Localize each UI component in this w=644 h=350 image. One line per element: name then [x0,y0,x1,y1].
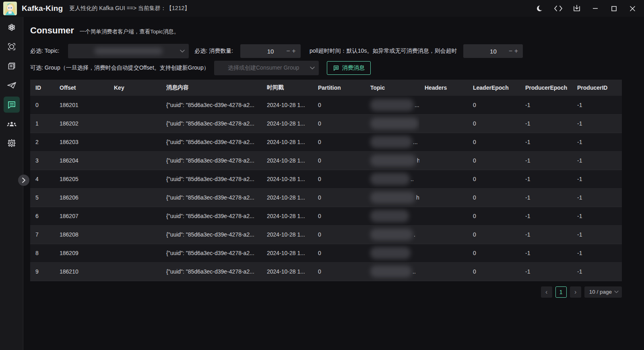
cell-message: {"uuid": "85d6a3ec-d39e-4278-a2... [161,207,262,225]
cell-offset: 186206 [54,188,109,207]
topic-redacted-pill [370,154,416,167]
cell-offset: 186204 [54,151,109,170]
col-timestamp: 时间戳 [262,80,313,96]
next-page-button[interactable]: › [570,286,581,298]
topic-suffix: .. [411,176,414,182]
sidebar-item-topics[interactable] [4,58,20,74]
minimize-button[interactable] [588,2,602,15]
topic-select[interactable] [68,44,189,58]
sidebar-item-monitor[interactable] [4,39,20,55]
consume-messages-button[interactable]: 消费消息 [327,61,371,75]
poll-plus-button[interactable]: + [513,48,519,54]
cell-producer-epoch: -1 [520,225,572,244]
cell-producer-id: -1 [572,225,622,244]
cell-key [109,151,161,170]
col-producer-id: ProducerID [572,80,622,96]
page-size-value: 10 / page [589,289,612,295]
topic-suffix: ... [413,139,418,145]
cell-timestamp: 2024-10-28 1... [262,133,313,151]
cell-key [109,170,161,188]
col-message: 消息内容 [161,80,262,96]
people-icon [6,119,17,129]
theme-toggle-moon-icon[interactable] [533,2,547,15]
table-row[interactable]: 3 186204 {"uuid": "85d6a3ec-d39e-4278-a2… [30,151,622,170]
table-row[interactable]: 4 186205 {"uuid": "85d6a3ec-d39e-4278-a2… [30,170,622,188]
cell-topic: h... [365,151,419,170]
col-producer-epoch: ProducerEpoch [520,80,572,96]
cell-message: {"uuid": "85d6a3ec-d39e-4278-a2... [161,114,262,133]
message-icon [7,100,17,109]
cell-leader-epoch: 0 [468,244,520,262]
cell-leader-epoch: 0 [468,96,520,114]
cell-topic [365,207,419,225]
quantity-minus-button[interactable]: − [285,48,291,54]
cell-producer-epoch: -1 [520,114,572,133]
chevron-down-icon [310,66,315,70]
sidebar-item-producer[interactable] [4,77,20,93]
cell-key [109,244,161,262]
cell-key [109,96,161,114]
cell-producer-id: -1 [572,151,622,170]
cell-topic: h... [365,188,419,207]
table-row[interactable]: 6 186207 {"uuid": "85d6a3ec-d39e-4278-a2… [30,207,622,225]
cell-timestamp: 2024-10-28 1... [262,262,313,281]
cell-id: 6 [30,207,54,225]
cell-timestamp: 2024-10-28 1... [262,151,313,170]
poll-timeout-value: 10 [490,48,497,55]
import-download-icon[interactable] [570,2,584,15]
cell-id: 3 [30,151,54,170]
cell-partition: 0 [313,225,365,244]
table-row[interactable]: 9 186210 {"uuid": "85d6a3ec-d39e-4278-a2… [30,262,622,281]
group-select[interactable]: 选择或创建Consumer Group [214,61,319,75]
pagination: ‹ 1 › 10 / page [30,286,622,298]
cell-key [109,225,161,244]
cell-leader-epoch: 0 [468,133,520,151]
cell-producer-id: -1 [572,96,622,114]
cell-id: 7 [30,225,54,244]
page-size-select[interactable]: 10 / page [584,286,622,298]
table-row[interactable]: 2 186203 {"uuid": "85d6a3ec-d39e-4278-a2… [30,133,622,151]
chevron-down-icon [180,49,185,53]
topic-redacted-pill [370,191,415,204]
cell-timestamp: 2024-10-28 1... [262,170,313,188]
cell-message: {"uuid": "85d6a3ec-d39e-4278-a2... [161,225,262,244]
topic-suffix: h... [416,194,419,201]
table-row[interactable]: 5 186206 {"uuid": "85d6a3ec-d39e-4278-a2… [30,188,622,207]
cell-id: 2 [30,133,54,151]
cell-partition: 0 [313,96,365,114]
group-label: 可选: Group（一旦选择，消费时会自动提交Offset。支持创建新Group… [30,64,209,72]
message-icon [333,65,339,71]
code-icon[interactable] [551,2,565,15]
sidebar-expand-handle[interactable] [18,175,29,186]
sidebar-item-cluster[interactable] [4,19,20,35]
cell-headers [419,170,468,188]
cell-leader-epoch: 0 [468,114,520,133]
topic-redacted-pill [370,99,414,111]
cell-producer-epoch: -1 [520,244,572,262]
col-topic: Topic [365,80,419,96]
prev-page-button[interactable]: ‹ [541,286,552,298]
table-row[interactable]: 1 186202 {"uuid": "85d6a3ec-d39e-4278-a2… [30,114,622,133]
cell-topic [365,244,419,262]
table-row[interactable]: 8 186209 {"uuid": "85d6a3ec-d39e-4278-a2… [30,244,622,262]
cell-key [109,133,161,151]
maximize-button[interactable] [607,2,621,15]
topics-icon [7,61,17,71]
table-row[interactable]: 7 186208 {"uuid": "85d6a3ec-d39e-4278-a2… [30,225,622,244]
gear-icon [7,138,17,148]
topic-redacted-pill [370,210,409,222]
quantity-plus-button[interactable]: + [291,48,297,54]
current-page-button[interactable]: 1 [555,286,567,298]
sidebar-item-consumer[interactable] [4,97,20,113]
table-row[interactable]: 0 186201 {"uuid": "85d6a3ec-d39e-4278-a2… [30,96,622,114]
consumer-controls-row-1: 必选: Topic: 必选: 消费数量: 10 − + poll超时时间：默认1… [30,44,644,58]
sidebar-item-settings[interactable] [4,135,20,151]
poll-timeout-stepper[interactable]: 10 − + [463,44,523,58]
sidebar-item-groups[interactable] [4,116,20,132]
close-button[interactable] [625,2,639,15]
cell-timestamp: 2024-10-28 1... [262,114,313,133]
quantity-stepper[interactable]: 10 − + [240,44,301,58]
poll-minus-button[interactable]: − [508,48,513,54]
cell-id: 5 [30,188,54,207]
cell-message: {"uuid": "85d6a3ec-d39e-4278-a2... [161,262,262,281]
